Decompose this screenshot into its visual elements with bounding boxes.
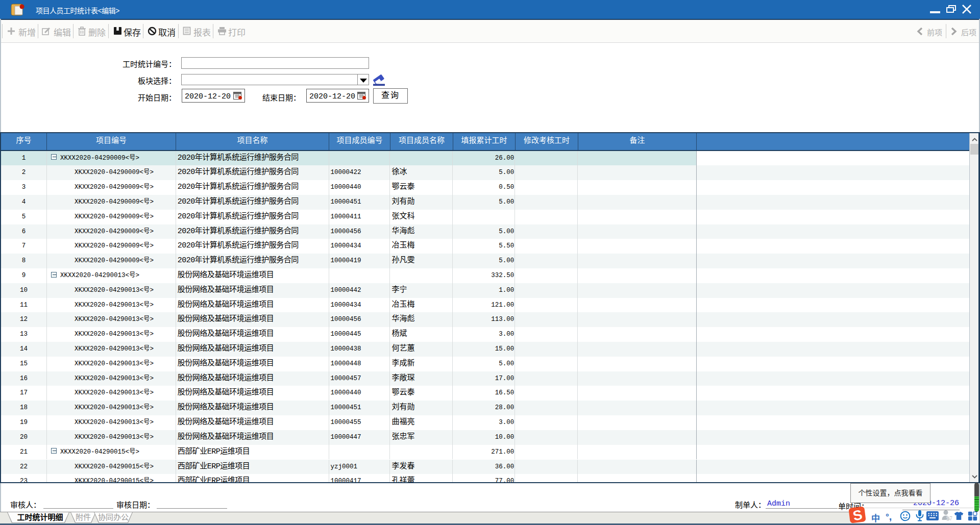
svg-text:27: 27 — [946, 515, 952, 521]
